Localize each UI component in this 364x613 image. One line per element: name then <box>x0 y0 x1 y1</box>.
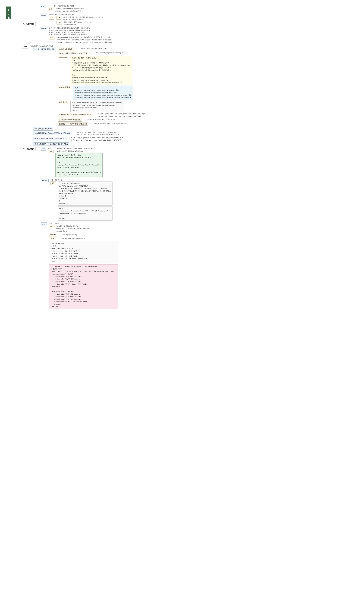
type-reset-row: 重置按钮reset：把表单中填写的数据清除 —— <input type="re… <box>58 122 145 126</box>
enctype-values-row: 取值 application/x-www-form-urlencoded：在发送… <box>49 36 112 43</box>
action-label: action <box>40 5 46 8</box>
enctype-values-label: 取值 <box>49 36 55 40</box>
select-attr-size: size取值大于1，则为滚动列表，否则默认是下拉列表 <box>56 228 90 230</box>
type-file-row: file文件上传 注意：form表单的method必须是POST，enctype… <box>58 101 145 112</box>
type-submit-example: <input type="submit" value="提交"> <box>88 119 115 121</box>
action-val1: 相对URL：https://www.baidu.com/a/b/c.html <box>55 8 84 10</box>
type-reset-example: <input type="reset" value="我是重置按钮"> <box>94 123 127 125</box>
type-text-example: 用户名：<input type="text" name="user"> <box>81 48 107 50</box>
method-row: method 作用：定义表单提交数据的方式 取值 <box>40 13 112 26</box>
optgroup-row: optgroup —— label属性设置提示信息 <box>49 233 118 237</box>
type-radio-label: radio单选框 <box>58 56 68 59</box>
optgroup-arrow: —— <box>58 233 62 236</box>
arrow7: —— <box>67 137 70 140</box>
inner-controls-label: form内表单控件 <box>22 147 36 151</box>
input-label: input <box>22 45 28 49</box>
type-radio-row: radio单选框 单选框，默认情况下单选框不会互斥 注意： 1、要想完成单选，多… <box>58 56 145 85</box>
select-attr-multiple: multiple设置多选 <box>56 230 90 232</box>
type-submit-label: 提交按钮submit：可以自动提交 <box>58 118 82 121</box>
name-attr-label: name指定提交数据的key <box>33 127 53 131</box>
label-control-desc: 作用：关联文本与表单元素，实现点击文本时，如同点击表单元素一样 <box>48 147 103 149</box>
method-get-sub: 提交数据有小小限制，最大为2KB <box>63 19 103 21</box>
textarea-attrs-row: 属性 1、默认情况下，可以随意调节 2、可以通过cols和rows来指定宽度和高… <box>50 182 113 221</box>
textarea-desc: 作用：多行输入框 <box>50 179 113 181</box>
label-for-example: <label for="uname">用户名：</label> <input t… <box>55 153 103 177</box>
select-example1: <!-- 下拉列表 --> <p>籍贯：</p> <select name="a… <box>49 241 118 263</box>
method-post-desc2: 提交数据无大小限制 <box>64 24 91 26</box>
type-text-label: text输入入时显示明文 <box>58 48 75 51</box>
type-checkbox-label: checkbox复选框 <box>58 86 71 89</box>
arrow5: —— <box>90 123 93 125</box>
page-container: form表单标签 form标签的属性 action <box>0 0 364 613</box>
tree-content: form标签的属性 action 作用：指定向何处发送表单数据 <box>16 3 361 311</box>
type-radio-desc: 单选框，默认情况下单选框不会互斥 注意： 1、要想完成单选，多个input框的n… <box>70 56 132 85</box>
type-file-label: file文件上传 <box>58 101 68 104</box>
enctype-desc: 作用：用来指定发送到服务器之前应该如何对表单数据进行编码。 默认地，表单数据会编… <box>49 27 112 36</box>
enctype-val1: application/x-www-form-urlencoded：在发送前编码… <box>57 36 112 38</box>
type-button-label: 普通按钮button：需要绑定onclick事件才能使用 <box>58 113 92 116</box>
method-values-label: 取值 <box>49 16 54 20</box>
form-attrs-section: form标签的属性 action 作用：指定向何处发送表单数据 <box>18 5 352 309</box>
action-row: action 作用：指定向何处发送表单数据 取值 <box>40 5 112 12</box>
method-get-desc: 默认值，明文提交，提交的数据直接显示在url地址中，安全性低 <box>63 16 103 18</box>
type-password-label: password输入时不显示明文，不宜于写明文 <box>58 52 90 55</box>
method-post-row: post 提交的数据不会显示到url地址中，安全性高 提交数据无大小限制 <box>56 21 103 26</box>
label-control-label: label <box>41 147 46 151</box>
placeholder-attr-ex1: 用户名：<input type="text" name="user" place… <box>71 137 123 139</box>
select-row: select 作用：下拉列表 属性 name属性指定提交给后台数据的key <box>41 222 118 309</box>
disabled-attr-label: disabled禁用控件，不会提交任何与该控件的数据 <box>33 142 69 146</box>
type-text-row: text输入入时显示明文 —— 用户名：<input type="text" n… <box>58 48 145 51</box>
select-desc: 作用：下拉列表 <box>49 222 114 225</box>
type-submit-row: 提交按钮submit：可以自动提交 —— <input type="submit… <box>58 118 145 121</box>
arrow1: —— <box>76 48 79 50</box>
value-attr-ex2: 密码：<input type="password" name="pwd" val… <box>77 134 119 136</box>
placeholder-attr-row: placeholder提示用户应该输入什么样的数据 —— 用户名：<input … <box>33 137 145 141</box>
type-attr-row: type属性指定控件类型，值为 text输入入时显示明文 —— 用户名：<inp… <box>33 48 145 126</box>
input-section: input 作用：接收用户输入或提交用户信息 type属性指定控件类型，值为 <box>22 45 145 146</box>
select-attrs-row: 属性 name属性指定提交给后台数据的key size取值大于1，则为滚动列表，… <box>49 225 118 232</box>
select-attrs-label: 属性 <box>49 225 54 228</box>
method-get-label: get <box>56 16 61 20</box>
type-button-row: 普通按钮button：需要绑定onclick事件才能使用 —— <input t… <box>58 113 145 117</box>
method-label: method <box>40 13 47 17</box>
arrow2: —— <box>91 52 94 54</box>
type-file-desc: 注意：form表单的method必须是POST，enctype必须是multip… <box>70 101 124 112</box>
textarea-row: textarea 作用：多行输入框 属性 1、默认情况下，可以随意调节 <box>41 179 118 221</box>
action-val2: 相对URL：/a/b/c.html 浏览器会自动补全 <box>55 10 84 12</box>
select-label: select <box>41 222 47 226</box>
arrow3: —— <box>94 113 97 116</box>
type-password-example: 密码：<input type="password" name="pwd"> <box>96 52 124 54</box>
label-for-desc: — for属性的值等于被关联的表单元素的ID值 <box>55 150 83 152</box>
enctype-val3: text/plain：只对普通字符进行编码，如空格转换为"+"加号，但不对特殊字… <box>57 41 112 43</box>
option-label: option <box>49 237 55 240</box>
placeholder-attr-label: placeholder提示用户应该输入什么样的数据 <box>33 137 65 140</box>
textarea-notes: 1、默认情况下，可以随意调节 2、可以通过cols和rows来指定宽度和高度 c… <box>58 182 113 206</box>
select-attr-name: name属性指定提交给后台数据的key <box>56 225 90 227</box>
option-arrow: —— <box>57 237 60 240</box>
enctype-label: enctype <box>40 27 47 30</box>
value-attr-ex1: 用户名：<input type="text" name="user" value… <box>77 132 119 134</box>
left-sidebar: form表单标签 <box>1 3 16 55</box>
option-desc: value属性指定提交给后台数据的value <box>61 238 85 240</box>
arrow6: —— <box>72 132 75 134</box>
action-desc-row: 作用：指定向何处发送表单数据 <box>48 5 84 7</box>
action-values-label: 取值 <box>48 8 53 11</box>
action-desc: 作用：指定向何处发送表单数据 <box>54 5 74 7</box>
input-desc: 作用：接收用户输入或提交用户信息 <box>30 45 95 47</box>
method-post-label: post <box>56 21 62 25</box>
inner-controls-section: form内表单控件 label 作用：关联文本与表单元素，实现点击文本时，如同点… <box>22 147 145 309</box>
main-label: form表单标签 <box>6 7 11 19</box>
optgroup-label: optgroup <box>49 233 57 237</box>
select-example2: <!-- 滚动列表 multiple设置可选择选多选项，ctrl+鼠标左键进行多… <box>49 264 118 309</box>
arrow4: —— <box>83 119 86 121</box>
optgroup-desc: label属性设置提示信息 <box>63 234 77 236</box>
textarea-attrs-label: 属性 <box>50 182 56 185</box>
enctype-row: enctype 作用：用来指定发送到服务器之前应该如何对表单数据进行编码。 默认… <box>40 27 112 43</box>
textarea-example: <form> <textarea name="userinfo" id="" c… <box>58 206 113 221</box>
type-button-ex2: <input type="image" src="egon.png" oncli… <box>98 115 145 117</box>
label-attrs-label: 属性 <box>48 150 54 153</box>
form-attrs-row: form标签的属性 action 作用：指定向何处发送表单数据 <box>22 5 145 43</box>
value-attr-label: value指定提交数据的value，可设置输入框的默认值 <box>33 132 71 135</box>
label-control-row: label 作用：关联文本与表单元素，实现点击文本时，如同点击表单元素一样 属性… <box>41 147 118 177</box>
option-row: option —— value属性指定提交给后台数据的value <box>49 237 118 240</box>
